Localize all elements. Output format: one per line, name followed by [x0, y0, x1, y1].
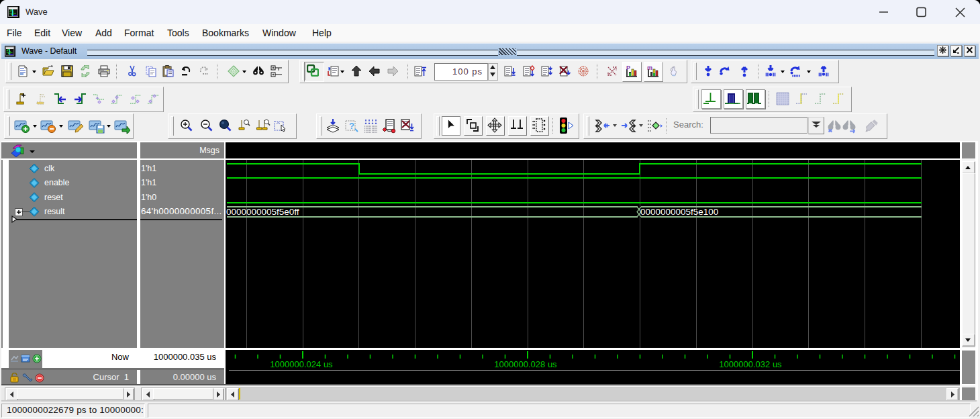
svg-text:P: P: [626, 64, 630, 71]
svg-text:?: ?: [349, 121, 354, 131]
svg-text:m: m: [647, 64, 652, 71]
